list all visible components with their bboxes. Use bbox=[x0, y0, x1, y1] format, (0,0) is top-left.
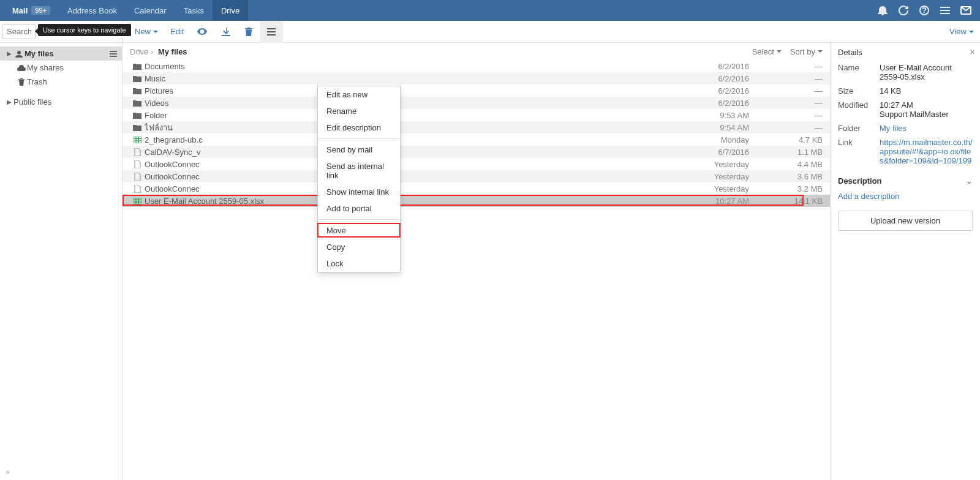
nav-tasks[interactable]: Tasks bbox=[175, 0, 213, 21]
sidebar-public-label: Public files bbox=[13, 97, 51, 107]
file-row[interactable]: OutlookConnecYesterday3.6 MB bbox=[123, 170, 830, 182]
menu-lock[interactable]: Lock bbox=[318, 255, 400, 272]
file-icon bbox=[130, 185, 145, 193]
cloud-icon bbox=[16, 65, 27, 71]
file-size: — bbox=[749, 123, 823, 132]
menu-icon[interactable] bbox=[935, 0, 956, 21]
file-name: CalDAV-Sync_v bbox=[145, 148, 663, 157]
svg-rect-4 bbox=[940, 13, 950, 14]
help-icon[interactable]: ? bbox=[914, 0, 935, 21]
file-name: Videos bbox=[145, 99, 663, 108]
file-date: Yesterday bbox=[663, 172, 749, 181]
select-dropdown[interactable]: Select bbox=[752, 47, 782, 56]
sidebar-options-icon[interactable] bbox=[110, 51, 117, 57]
refresh-icon[interactable] bbox=[893, 0, 914, 21]
svg-rect-6 bbox=[267, 28, 276, 29]
file-row[interactable]: OutlookConnecYesterday3.2 MB bbox=[123, 182, 830, 195]
file-name: OutlookConnec bbox=[145, 184, 663, 193]
details-description-label: Description bbox=[838, 176, 882, 186]
file-row[interactable]: Videos6/2/2016— bbox=[123, 97, 830, 109]
file-size: 3.6 MB bbox=[749, 172, 823, 181]
notifications-icon[interactable] bbox=[872, 0, 893, 21]
details-modified-time: 10:27 AM bbox=[880, 100, 913, 110]
file-row[interactable]: Folder9:53 AM— bbox=[123, 109, 830, 121]
sidebar-item-public-files[interactable]: ▶ Public files bbox=[0, 95, 122, 109]
menu-separator bbox=[318, 219, 400, 220]
details-modified-label: Modified bbox=[838, 100, 880, 119]
file-date: 6/2/2016 bbox=[663, 62, 749, 71]
body: ▶ My files My shares Trash ▶ Public file… bbox=[0, 43, 980, 480]
sidebar-my-shares-label: My shares bbox=[27, 63, 64, 72]
folder-icon bbox=[130, 75, 145, 82]
details-folder-label: Folder bbox=[838, 124, 880, 133]
new-button[interactable]: New bbox=[129, 21, 164, 43]
nav-address-book[interactable]: Address Book bbox=[59, 0, 126, 21]
file-row[interactable]: Music6/2/2016— bbox=[123, 72, 830, 84]
details-description-section[interactable]: Description⌄ bbox=[838, 176, 973, 186]
nav-mail[interactable]: Mail 99+ bbox=[4, 0, 59, 21]
folder-icon bbox=[130, 124, 145, 131]
sidebar: ▶ My files My shares Trash ▶ Public file… bbox=[0, 43, 123, 480]
file-name: 2_thegrand-ub.c bbox=[145, 135, 663, 144]
file-name: OutlookConnec bbox=[145, 172, 663, 181]
menu-send-internal-link[interactable]: Send as internal link bbox=[318, 158, 400, 184]
search-input[interactable] bbox=[2, 24, 36, 39]
details-size-value: 14 KB bbox=[880, 86, 973, 96]
file-row[interactable]: OutlookConnecYesterday4.4 MB bbox=[123, 158, 830, 170]
tree-toggle-icon[interactable]: ▶ bbox=[5, 99, 13, 105]
file-row[interactable]: ไฟล์งาน9:54 AM— bbox=[123, 121, 830, 133]
file-row[interactable]: Documents6/2/2016— bbox=[123, 60, 830, 72]
sidebar-collapse-icon[interactable]: « bbox=[6, 468, 10, 475]
sidebar-my-files-label: My files bbox=[24, 49, 54, 58]
folder-icon bbox=[130, 112, 145, 119]
upload-new-version-button[interactable]: Upload new version bbox=[838, 211, 973, 231]
file-size: — bbox=[749, 86, 823, 96]
file-row[interactable]: CalDAV-Sync_v6/7/20161.1 MB bbox=[123, 146, 830, 158]
menu-rename[interactable]: Rename bbox=[318, 103, 400, 119]
download-icon[interactable] bbox=[214, 21, 238, 43]
file-date: Yesterday bbox=[663, 184, 749, 193]
sidebar-item-trash[interactable]: Trash bbox=[0, 75, 122, 89]
view-dropdown[interactable]: View bbox=[949, 27, 974, 36]
sort-dropdown[interactable]: Sort by bbox=[790, 47, 823, 56]
tree-toggle-icon[interactable]: ▶ bbox=[5, 50, 13, 57]
file-size: — bbox=[749, 74, 823, 83]
menu-show-internal-link[interactable]: Show internal link bbox=[318, 184, 400, 200]
details-add-description[interactable]: Add a description bbox=[838, 192, 973, 201]
menu-edit-as-new[interactable]: Edit as new bbox=[318, 86, 400, 103]
xls-icon bbox=[130, 198, 145, 204]
details-modified-value: 10:27 AMSupport MailMaster bbox=[880, 100, 973, 119]
breadcrumb-root[interactable]: Drive bbox=[130, 47, 148, 56]
file-row[interactable]: Pictures6/2/2016— bbox=[123, 84, 830, 97]
details-close-icon[interactable]: × bbox=[970, 47, 975, 57]
file-row[interactable]: 2_thegrand-ub.cMonday4.7 KB bbox=[123, 133, 830, 146]
svg-rect-13 bbox=[134, 137, 141, 143]
xls-icon bbox=[130, 137, 145, 143]
view-icon[interactable] bbox=[190, 21, 214, 43]
file-date: 6/7/2016 bbox=[663, 148, 749, 157]
menu-edit-description[interactable]: Edit description bbox=[318, 119, 400, 136]
sidebar-item-my-files[interactable]: ▶ My files bbox=[0, 47, 122, 61]
file-name: Pictures bbox=[145, 86, 663, 96]
file-date: 9:53 AM bbox=[663, 111, 749, 120]
file-row[interactable]: User E-Mail Account 2559-05.xlsx10:27 AM… bbox=[123, 195, 830, 207]
details-name-value: User E-Mail Account 2559-05.xlsx bbox=[880, 63, 973, 81]
details-folder-value[interactable]: My files bbox=[880, 124, 973, 133]
menu-move[interactable]: Move bbox=[318, 222, 400, 239]
menu-send-by-mail[interactable]: Send by mail bbox=[318, 141, 400, 158]
details-link-value[interactable]: https://m.mailmaster.co.th/appsuite/#!&a… bbox=[880, 138, 973, 165]
edit-button[interactable]: Edit bbox=[164, 21, 190, 43]
nav-drive[interactable]: Drive bbox=[213, 0, 248, 21]
logo-icon[interactable] bbox=[956, 0, 976, 21]
more-button[interactable] bbox=[260, 21, 283, 43]
file-name: OutlookConnec bbox=[145, 160, 663, 169]
toolbar: Use cursor keys to navigate New Edit Vie… bbox=[0, 21, 980, 43]
sidebar-item-my-shares[interactable]: My shares bbox=[0, 61, 122, 75]
file-name: User E-Mail Account 2559-05.xlsx bbox=[145, 197, 663, 206]
menu-add-to-portal[interactable]: Add to portal bbox=[318, 200, 400, 217]
nav-calendar[interactable]: Calendar bbox=[126, 0, 175, 21]
delete-icon[interactable] bbox=[238, 21, 260, 43]
user-icon bbox=[13, 50, 24, 58]
menu-copy[interactable]: Copy bbox=[318, 239, 400, 255]
file-list: Documents6/2/2016—Music6/2/2016—Pictures… bbox=[123, 60, 830, 207]
